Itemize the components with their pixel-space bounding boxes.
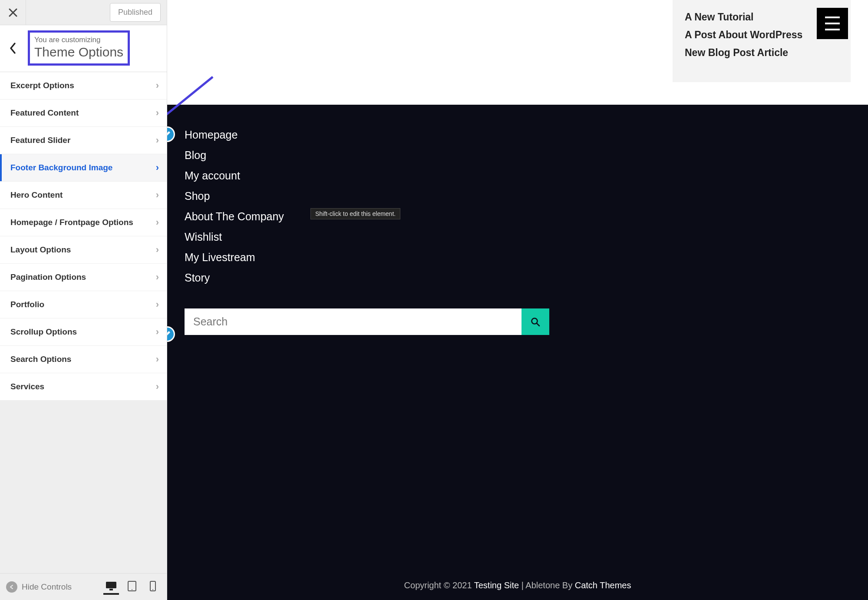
options-list: Excerpt Options›Featured Content›Feature… xyxy=(0,72,167,401)
hide-controls-button[interactable]: Hide Controls xyxy=(6,581,72,593)
edit-tooltip: Shift-click to edit this element. xyxy=(310,208,400,219)
option-item[interactable]: Footer Background Image› xyxy=(0,154,167,182)
svg-point-5 xyxy=(152,589,153,590)
chevron-right-icon: › xyxy=(156,162,159,173)
chevron-right-icon: › xyxy=(156,272,159,283)
footer-nav-link[interactable]: Shop xyxy=(185,190,851,202)
chevron-right-icon: › xyxy=(156,381,159,392)
svg-line-7 xyxy=(537,323,539,326)
option-label: Search Options xyxy=(10,355,71,364)
tablet-icon xyxy=(128,581,136,591)
desktop-icon xyxy=(106,581,117,591)
search-icon xyxy=(531,317,540,327)
publish-button[interactable]: Published xyxy=(110,3,161,22)
footer-nav-link[interactable]: Homepage xyxy=(185,129,851,141)
close-icon xyxy=(9,8,17,17)
copyright-text: Copyright © 2021 xyxy=(404,580,474,590)
option-item[interactable]: Search Options› xyxy=(0,346,167,373)
option-item[interactable]: Featured Slider› xyxy=(0,127,167,154)
option-item[interactable]: Pagination Options› xyxy=(0,264,167,291)
edit-shortcut-search[interactable] xyxy=(167,326,175,342)
collapse-icon xyxy=(6,581,17,593)
theme-sep: | Abletone By xyxy=(519,580,575,590)
edit-shortcut-nav[interactable] xyxy=(167,126,175,142)
option-label: Hero Content xyxy=(10,190,63,200)
svg-rect-0 xyxy=(106,582,116,588)
option-item[interactable]: Hero Content› xyxy=(0,182,167,209)
chevron-right-icon: › xyxy=(156,80,159,91)
mobile-icon xyxy=(150,581,156,591)
site-footer: HomepageBlogMy accountShopAbout The Comp… xyxy=(167,105,868,600)
option-label: Portfolio xyxy=(10,300,44,309)
theme-author-link[interactable]: Catch Themes xyxy=(575,580,631,590)
close-button[interactable] xyxy=(0,0,26,25)
footer-nav: HomepageBlogMy accountShopAbout The Comp… xyxy=(185,129,851,284)
footer-nav-link[interactable]: My account xyxy=(185,169,851,182)
footer-nav-link[interactable]: Blog xyxy=(185,149,851,162)
option-item[interactable]: Scrollup Options› xyxy=(0,318,167,346)
option-label: Layout Options xyxy=(10,245,71,255)
hide-controls-label: Hide Controls xyxy=(22,582,72,592)
chevron-right-icon: › xyxy=(156,326,159,338)
option-item[interactable]: Excerpt Options› xyxy=(0,72,167,99)
device-tablet-button[interactable] xyxy=(124,579,140,595)
footer-copyright: Copyright © 2021 Testing Site | Abletone… xyxy=(167,580,868,590)
recent-post-link[interactable]: New Blog Post Article xyxy=(685,47,838,59)
recent-post-link[interactable]: A Post About WordPress xyxy=(685,29,838,41)
footer-nav-link[interactable]: Story xyxy=(185,272,851,284)
option-label: Scrollup Options xyxy=(10,327,77,337)
menu-toggle-button[interactable] xyxy=(817,8,848,39)
chevron-right-icon: › xyxy=(156,299,159,310)
panel-header: You are customizing Theme Options xyxy=(0,25,167,72)
pencil-icon xyxy=(167,131,171,138)
pencil-icon xyxy=(167,331,171,338)
option-label: Homepage / Frontpage Options xyxy=(10,218,133,227)
back-button[interactable] xyxy=(0,25,26,72)
footer-nav-link[interactable]: Wishlist xyxy=(185,231,851,243)
chevron-right-icon: › xyxy=(156,189,159,201)
search-input[interactable] xyxy=(185,308,521,335)
chevron-left-icon xyxy=(9,42,17,54)
chevron-right-icon: › xyxy=(156,244,159,255)
option-item[interactable]: Layout Options› xyxy=(0,236,167,264)
footer-nav-link[interactable]: About The Company xyxy=(185,210,851,223)
svg-point-3 xyxy=(132,589,132,590)
option-item[interactable]: Featured Content› xyxy=(0,99,167,127)
option-label: Pagination Options xyxy=(10,272,86,282)
sidebar-top-row: Published xyxy=(0,0,167,25)
chevron-right-icon: › xyxy=(156,217,159,228)
device-mobile-button[interactable] xyxy=(145,579,161,595)
sidebar-bottom-bar: Hide Controls xyxy=(0,573,167,600)
option-item[interactable]: Portfolio› xyxy=(0,291,167,318)
device-desktop-button[interactable] xyxy=(103,579,119,595)
option-label: Footer Background Image xyxy=(10,163,112,172)
preview-pane: A New TutorialA Post About WordPressNew … xyxy=(167,0,868,600)
search-submit-button[interactable] xyxy=(521,308,549,335)
site-name-link[interactable]: Testing Site xyxy=(474,580,519,590)
chevron-right-icon: › xyxy=(156,107,159,119)
option-label: Featured Slider xyxy=(10,136,70,145)
option-label: Excerpt Options xyxy=(10,81,74,90)
customizing-label: You are customizing xyxy=(34,35,123,45)
option-item[interactable]: Services› xyxy=(0,373,167,401)
svg-rect-1 xyxy=(109,589,113,590)
option-label: Services xyxy=(10,382,44,391)
footer-search xyxy=(185,308,549,335)
panel-title-highlight: You are customizing Theme Options xyxy=(28,30,130,66)
chevron-right-icon: › xyxy=(156,135,159,146)
footer-nav-link[interactable]: My Livestream xyxy=(185,251,851,264)
chevron-right-icon: › xyxy=(156,354,159,365)
recent-post-link[interactable]: A New Tutorial xyxy=(685,11,838,23)
customizer-sidebar: Published You are customizing Theme Opti… xyxy=(0,0,167,600)
option-item[interactable]: Homepage / Frontpage Options› xyxy=(0,209,167,236)
sidebar-scroll[interactable]: Published You are customizing Theme Opti… xyxy=(0,0,167,573)
option-label: Featured Content xyxy=(10,108,79,118)
panel-title: Theme Options xyxy=(34,45,123,60)
